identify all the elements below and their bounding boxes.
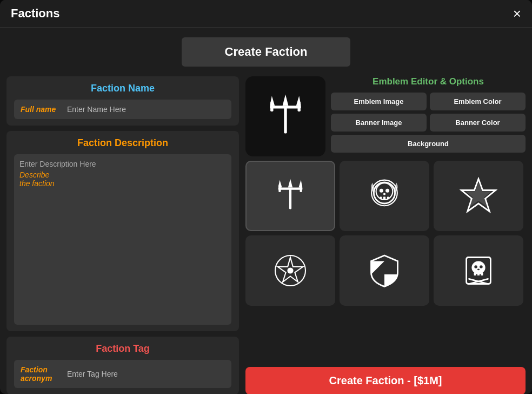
svg-point-33	[480, 265, 483, 268]
svg-rect-7	[289, 188, 291, 209]
faction-tag-label: Factionacronym	[14, 360, 63, 388]
svg-rect-0	[284, 107, 287, 134]
svg-rect-6	[270, 106, 301, 108]
svg-marker-1	[283, 95, 289, 106]
svg-point-31	[471, 261, 485, 274]
close-button[interactable]: ×	[513, 6, 521, 21]
svg-marker-29	[384, 274, 398, 286]
svg-rect-36	[474, 273, 476, 276]
svg-point-34	[477, 269, 480, 271]
skull2-emblem-icon	[460, 252, 497, 290]
desc-placeholder-line1: Enter Description Here	[19, 160, 226, 168]
faction-name-title: Faction Name	[14, 83, 231, 94]
sun-star-emblem-icon	[271, 252, 309, 290]
emblem-item-sun-star[interactable]	[245, 235, 335, 306]
faction-tag-section: Faction Tag Factionacronym	[6, 337, 239, 394]
svg-rect-21	[387, 196, 389, 199]
svg-rect-20	[383, 196, 385, 199]
faction-tag-title: Faction Tag	[14, 343, 231, 354]
create-faction-button[interactable]: Create Faction - [$1M]	[245, 367, 526, 394]
faction-description-section: Faction Description Enter Description He…	[6, 131, 239, 331]
banner-image-button[interactable]: Banner Image	[331, 114, 427, 132]
svg-point-27	[287, 267, 293, 273]
svg-marker-8	[288, 179, 292, 188]
background-button[interactable]: Background	[331, 135, 526, 153]
faction-tag-input[interactable]	[63, 364, 231, 384]
emblem-item-skull2[interactable]	[434, 235, 523, 306]
left-column: Faction Name Full name Faction Descripti…	[6, 76, 239, 394]
faction-name-input[interactable]	[63, 100, 231, 119]
svg-rect-37	[477, 273, 480, 276]
faction-name-label: Full name	[14, 100, 63, 119]
svg-point-32	[474, 265, 477, 268]
desc-placeholder-line2: Describethe faction	[19, 170, 226, 188]
emblem-preview	[245, 76, 325, 156]
emblem-item-skull[interactable]	[340, 161, 429, 231]
faction-name-input-row: Full name	[14, 100, 231, 119]
right-column: Emblem Editor & Options Emblem Image Emb…	[245, 76, 526, 394]
faction-tag-input-row: Factionacronym	[14, 360, 231, 388]
star-emblem-icon	[460, 177, 497, 215]
factions-modal: Factions × Create Faction Faction Name F…	[0, 0, 532, 394]
emblem-buttons-grid: Emblem Image Emblem Color Banner Image B…	[331, 93, 526, 153]
svg-point-14	[374, 182, 395, 203]
faction-description-box: Enter Description Here Describethe facti…	[14, 154, 231, 325]
svg-rect-38	[481, 273, 483, 276]
modal-title: Factions	[11, 6, 59, 21]
emblem-item-shield[interactable]	[340, 235, 429, 306]
svg-point-17	[385, 189, 389, 193]
emblem-color-button[interactable]: Emblem Color	[430, 93, 526, 110]
svg-rect-19	[380, 196, 382, 199]
svg-marker-28	[371, 261, 385, 275]
modal-body: Faction Name Full name Faction Descripti…	[0, 76, 532, 394]
modal-header: Factions ×	[0, 0, 532, 28]
emblem-grid	[245, 161, 526, 306]
skull-emblem-icon	[365, 177, 403, 215]
create-faction-header: Create Faction	[0, 28, 532, 76]
trident-icon	[261, 92, 310, 141]
emblem-image-button[interactable]: Emblem Image	[331, 93, 427, 110]
emblem-options-title: Emblem Editor & Options	[331, 76, 526, 87]
trident-emblem-icon	[271, 177, 309, 215]
emblem-item-trident[interactable]	[245, 161, 335, 231]
svg-point-18	[383, 193, 385, 195]
svg-point-16	[380, 189, 383, 193]
emblem-grid-wrapper[interactable]	[245, 161, 526, 360]
faction-description-title: Faction Description	[14, 137, 231, 149]
emblem-item-star[interactable]	[434, 161, 523, 231]
create-faction-header-button[interactable]: Create Faction	[182, 37, 351, 67]
emblem-top-row: Emblem Editor & Options Emblem Image Emb…	[245, 76, 526, 156]
shield-emblem-icon	[365, 252, 403, 290]
svg-rect-13	[278, 188, 303, 190]
banner-color-button[interactable]: Banner Color	[430, 114, 526, 132]
faction-name-section: Faction Name Full name	[6, 76, 239, 126]
emblem-options-panel: Emblem Editor & Options Emblem Image Emb…	[331, 76, 526, 153]
